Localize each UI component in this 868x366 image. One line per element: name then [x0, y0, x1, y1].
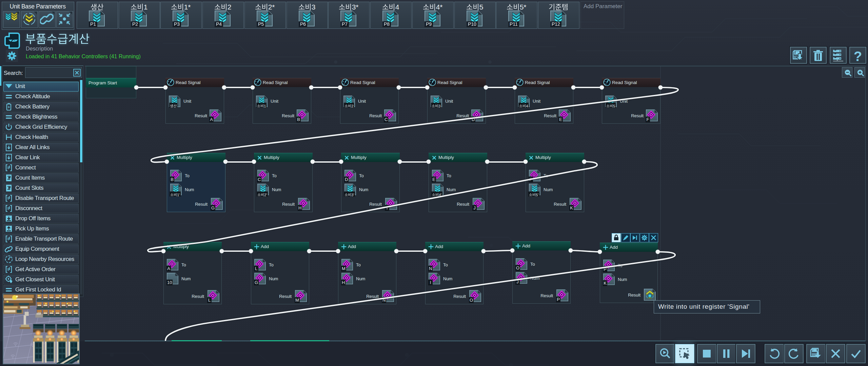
svg-text:5’: 5’	[536, 193, 539, 197]
svg-text:2’: 2’	[264, 193, 267, 197]
svg-text:3: 3	[311, 3, 315, 11]
svg-text:5: 5	[479, 3, 483, 11]
svg-text:2: 2	[351, 104, 353, 108]
svg-text:4’: 4’	[439, 193, 442, 197]
svg-text:3’: 3’	[351, 193, 354, 197]
svg-text:1’: 1’	[177, 193, 180, 197]
svg-text:4: 4	[526, 104, 528, 108]
svg-text:3*: 3*	[352, 3, 358, 11]
svg-text:1: 1	[264, 104, 266, 108]
svg-text:3: 3	[438, 104, 440, 108]
svg-text:4: 4	[395, 3, 399, 11]
svg-text:1*: 1*	[184, 3, 191, 11]
svg-text:4*: 4*	[436, 3, 442, 11]
svg-text:2: 2	[227, 3, 231, 11]
svg-text:5: 5	[613, 104, 615, 108]
svg-text:2*: 2*	[268, 3, 275, 11]
svg-text:1: 1	[143, 3, 147, 11]
svg-text:5*: 5*	[519, 3, 526, 11]
